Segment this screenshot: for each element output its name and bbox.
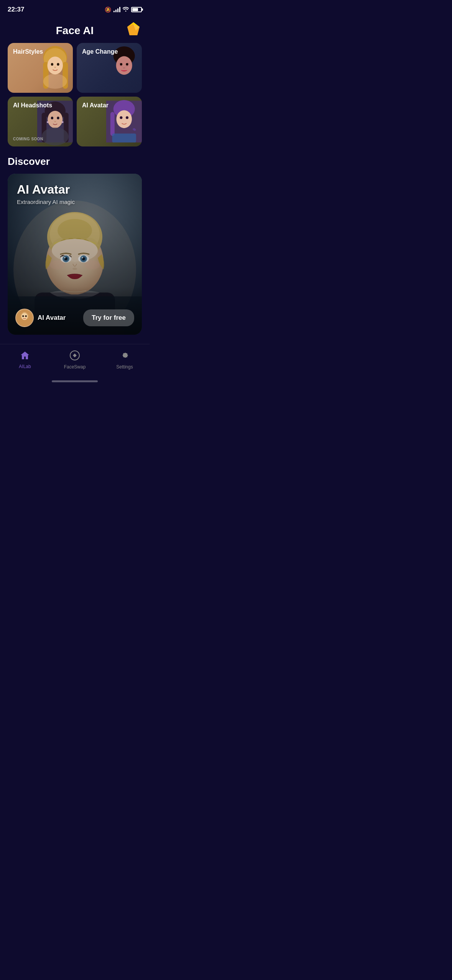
age-change-title: Age Change xyxy=(82,48,136,55)
svg-point-13 xyxy=(43,74,67,89)
try-for-free-button[interactable]: Try for free xyxy=(83,309,134,326)
svg-point-73 xyxy=(22,315,24,317)
home-bar xyxy=(52,380,98,382)
svg-point-74 xyxy=(25,315,27,317)
svg-point-19 xyxy=(116,66,121,69)
nav-item-settings[interactable]: Settings xyxy=(111,350,138,370)
feature-grid: HairStyles xyxy=(0,43,150,146)
svg-point-25 xyxy=(48,111,62,128)
feature-card-ai-headshots[interactable]: AI Headshots xyxy=(8,97,73,146)
svg-point-18 xyxy=(123,67,125,69)
discover-card[interactable]: AI Avatar Extraordinary AI magic xyxy=(8,174,142,335)
home-icon xyxy=(20,351,30,362)
faceswap-icon xyxy=(70,350,80,363)
svg-point-15 xyxy=(116,56,132,75)
header: Face AI xyxy=(0,17,150,43)
svg-point-26 xyxy=(51,117,53,119)
hairstyles-title: HairStyles xyxy=(13,48,67,55)
svg-point-10 xyxy=(51,63,53,66)
discover-section: Discover xyxy=(0,156,150,335)
status-time: 22:37 xyxy=(8,6,24,13)
discover-avatar-name: AI Avatar xyxy=(38,314,66,322)
discover-card-bottom: AI Avatar Try for free xyxy=(15,309,134,327)
discover-card-subtitle: Extraordinary AI magic xyxy=(17,199,75,205)
feature-card-ai-avatar[interactable]: AI Avatar ✦✦ xyxy=(77,97,142,146)
svg-point-11 xyxy=(57,63,59,66)
svg-point-36 xyxy=(120,116,122,119)
svg-point-27 xyxy=(57,117,59,119)
svg-point-20 xyxy=(127,66,131,69)
page-title: Face AI xyxy=(56,25,94,37)
feature-card-age-change[interactable]: Age Change xyxy=(77,43,142,93)
discover-card-content: AI Avatar Extraordinary AI magic xyxy=(17,183,75,205)
svg-point-77 xyxy=(74,355,76,356)
nav-item-ailab[interactable]: AILab xyxy=(12,351,38,369)
svg-point-75 xyxy=(19,320,30,327)
discover-avatar xyxy=(15,309,34,327)
coming-soon-badge: COMING SOON xyxy=(13,137,67,141)
svg-point-9 xyxy=(47,56,63,74)
svg-point-12 xyxy=(54,67,56,68)
svg-rect-34 xyxy=(110,112,114,136)
settings-icon xyxy=(120,350,130,363)
svg-point-37 xyxy=(126,116,128,119)
battery-icon xyxy=(131,7,142,12)
svg-point-28 xyxy=(46,121,48,123)
ai-headshots-title: AI Headshots xyxy=(13,102,67,109)
svg-point-29 xyxy=(61,121,63,123)
svg-point-35 xyxy=(116,110,132,128)
status-icons: 🔕 xyxy=(105,7,142,13)
svg-point-31 xyxy=(41,128,68,146)
status-bar: 22:37 🔕 xyxy=(0,0,150,17)
discover-avatar-section: AI Avatar xyxy=(15,309,66,327)
discover-card-title: AI Avatar xyxy=(17,183,75,196)
nav-label-ailab: AILab xyxy=(19,364,31,369)
svg-point-30 xyxy=(54,121,56,122)
nav-label-settings: Settings xyxy=(116,364,133,370)
discover-title: Discover xyxy=(8,156,142,168)
nav-label-faceswap: FaceSwap xyxy=(64,364,86,370)
bottom-nav: AILab FaceSwap Settings xyxy=(0,344,150,377)
svg-point-17 xyxy=(126,63,128,66)
wifi-icon xyxy=(123,7,129,13)
svg-rect-39 xyxy=(112,133,136,142)
signal-icon xyxy=(113,7,120,12)
bell-icon: 🔕 xyxy=(105,7,111,13)
nav-item-faceswap[interactable]: FaceSwap xyxy=(61,350,88,370)
feature-card-hairstyles[interactable]: HairStyles xyxy=(8,43,73,93)
ai-avatar-title: AI Avatar xyxy=(82,102,136,109)
svg-point-16 xyxy=(120,63,122,66)
gem-icon[interactable] xyxy=(125,21,142,41)
home-indicator xyxy=(0,377,150,385)
